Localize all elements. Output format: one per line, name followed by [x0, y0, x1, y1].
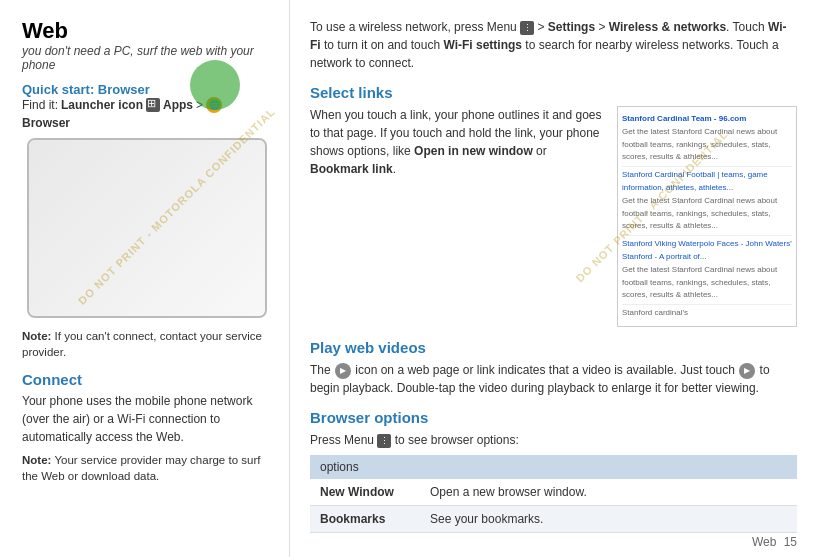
findit-apps: Apps — [163, 98, 193, 112]
findit-browser: Browser — [22, 116, 70, 130]
web-subtitle: you don't need a PC, surf the web with y… — [22, 44, 271, 72]
play-video-icon: ▶ — [335, 363, 351, 379]
mini-line-3-text: Stanford Viking Waterpolo Faces - John W… — [622, 239, 792, 261]
select-links-title: Select links — [310, 84, 797, 101]
intro-text: To use a wireless network, press Menu ⋮ … — [310, 18, 797, 72]
table-cell-value-2: See your bookmarks. — [420, 505, 797, 532]
browser-options-table: options New Window Open a new browser wi… — [310, 455, 797, 533]
select-links-row: When you touch a link, your phone outlin… — [310, 106, 797, 327]
menu-icon: ⋮ — [520, 21, 534, 35]
note2-text: Your service provider may charge to surf… — [22, 454, 260, 482]
findit-label: Find it: — [22, 98, 58, 112]
table-cell-value-1: Open a new browser window. — [420, 479, 797, 506]
quick-start-section: Quick start: Browser Find it: Launcher i… — [22, 82, 271, 130]
quickstart-title: Quick start: Browser — [22, 82, 271, 97]
findit-launcher: Launcher icon — [61, 98, 143, 112]
table-cell-key-2: Bookmarks — [310, 505, 420, 532]
note1-text: If you can't connect, contact your servi… — [22, 330, 262, 358]
mini-line-2: Stanford Cardinal Football | teams, game… — [622, 167, 792, 236]
web-title: Web — [22, 18, 271, 44]
table-row: New Window Open a new browser window. — [310, 479, 797, 506]
note2-label: Note: — [22, 454, 51, 466]
page-label: Web — [752, 535, 776, 549]
mini-line-3-sub: Get the latest Stanford Cardinal news ab… — [622, 265, 777, 300]
page-number: 15 — [784, 535, 797, 549]
mini-line-4: Stanford cardinal's — [622, 305, 792, 322]
phone-screenshot — [27, 138, 267, 318]
left-column: Web you don't need a PC, surf the web wi… — [0, 0, 290, 557]
browser-options-title: Browser options — [310, 409, 797, 426]
table-header-cell: options — [310, 455, 797, 479]
play-videos-title: Play web videos — [310, 339, 797, 356]
mini-line-1-sub: Get the latest Stanford Cardinal news ab… — [622, 127, 777, 162]
note1-label: Note: — [22, 330, 51, 342]
menu-icon-2: ⋮ — [377, 434, 391, 448]
select-links-text: When you touch a link, your phone outlin… — [310, 106, 607, 327]
mini-line-1-text: Stanford Cardinal Team - 96.com — [622, 114, 746, 123]
play-video-icon-2: ▶ — [739, 363, 755, 379]
mini-line-2-text: Stanford Cardinal Football | teams, game… — [622, 170, 768, 192]
mini-screenshot: Stanford Cardinal Team - 96.com Get the … — [617, 106, 797, 327]
apps-icon — [146, 98, 160, 112]
browser-options-intro: Press Menu ⋮ to see browser options: — [310, 431, 797, 449]
mini-line-1: Stanford Cardinal Team - 96.com Get the … — [622, 111, 792, 167]
table-header-row: options — [310, 455, 797, 479]
connect-text1: Your phone uses the mobile phone network… — [22, 392, 271, 446]
right-column: To use a wireless network, press Menu ⋮ … — [290, 0, 817, 557]
table-row: Bookmarks See your bookmarks. — [310, 505, 797, 532]
note2: Note: Your service provider may charge t… — [22, 452, 271, 484]
play-videos-text: The ▶ icon on a web page or link indicat… — [310, 361, 797, 397]
note1: Note: If you can't connect, contact your… — [22, 328, 271, 360]
mini-line-3: Stanford Viking Waterpolo Faces - John W… — [622, 236, 792, 305]
mini-line-2-sub: Get the latest Stanford Cardinal news ab… — [622, 196, 777, 231]
table-cell-key-1: New Window — [310, 479, 420, 506]
find-it-line: Find it: Launcher icon Apps > 🌐 Browser — [22, 97, 271, 130]
browser-globe-icon: 🌐 — [206, 97, 222, 113]
connect-title: Connect — [22, 371, 271, 388]
findit-sep: > — [196, 98, 203, 112]
phone-screen-inner — [29, 140, 265, 316]
page-number-area: Web 15 — [310, 535, 797, 550]
